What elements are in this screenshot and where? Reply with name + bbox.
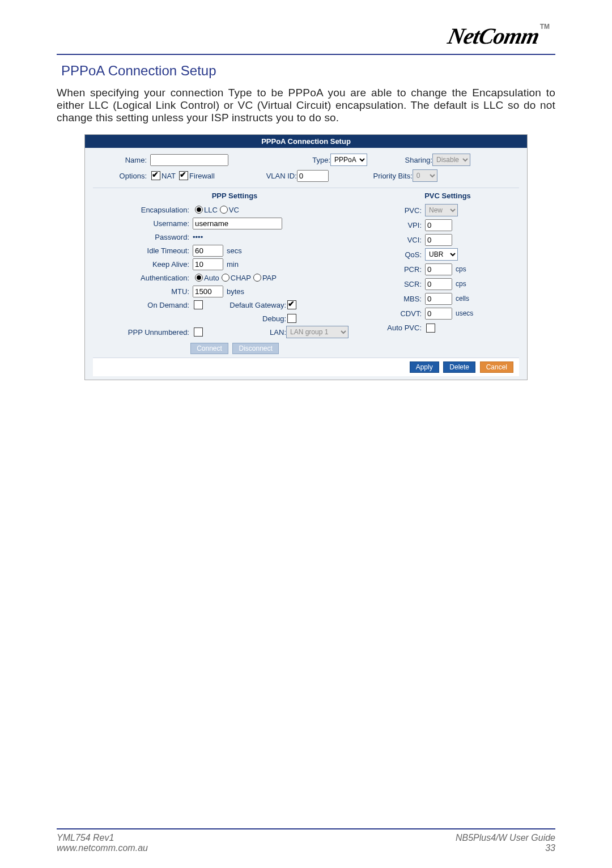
- delete-button[interactable]: Delete: [443, 361, 475, 373]
- cdvt-label: CDVT:: [376, 309, 425, 318]
- scr-input[interactable]: [425, 278, 452, 290]
- name-label: Name:: [93, 156, 150, 164]
- vlan-input[interactable]: [297, 170, 329, 182]
- type-label: Type:: [228, 156, 330, 164]
- footer-rev: YML754 Rev1: [57, 833, 148, 843]
- brand-logo: NetCommTM: [57, 17, 555, 49]
- auth-label: Authentication:: [93, 274, 193, 282]
- type-select[interactable]: PPPoA: [330, 154, 367, 166]
- apply-button[interactable]: Apply: [410, 361, 439, 373]
- password-label: Password:: [93, 233, 193, 241]
- keep-unit: min: [227, 260, 239, 269]
- pppoa-panel: PPPoA Connection Setup Name: Type: PPPoA…: [84, 134, 528, 380]
- qos-label: QoS:: [376, 250, 425, 259]
- auth-pap-radio[interactable]: [253, 274, 261, 282]
- username-label: Username:: [93, 219, 193, 228]
- pcr-unit: cps: [456, 265, 466, 273]
- footer-rule: [57, 828, 555, 829]
- username-input[interactable]: [193, 218, 282, 229]
- cdvt-unit: usecs: [456, 309, 473, 317]
- mtu-unit: bytes: [227, 287, 244, 296]
- options-label: Options:: [93, 172, 150, 180]
- debug-checkbox[interactable]: [287, 314, 296, 323]
- vpi-label: VPI:: [376, 221, 425, 229]
- encap-vc-label: VC: [229, 206, 239, 214]
- idle-input[interactable]: [193, 245, 223, 257]
- name-input[interactable]: [150, 154, 228, 166]
- mbs-label: MBS:: [376, 295, 425, 303]
- sharing-label: Sharing:: [367, 156, 432, 164]
- lan-label: LAN:: [204, 328, 286, 337]
- cancel-button[interactable]: Cancel: [480, 361, 513, 373]
- mbs-unit: cells: [456, 295, 469, 303]
- priority-label: Priority Bits:: [329, 172, 413, 180]
- mtu-label: MTU:: [93, 287, 193, 296]
- autopvc-checkbox[interactable]: [426, 324, 435, 333]
- pvc-select[interactable]: New: [425, 204, 458, 216]
- auth-pap-label: PAP: [262, 274, 277, 282]
- autopvc-label: Auto PVC:: [376, 325, 425, 331]
- auth-auto-radio[interactable]: [195, 274, 203, 282]
- auth-chap-radio[interactable]: [222, 274, 230, 282]
- keep-input[interactable]: [193, 258, 223, 270]
- encap-vc-radio[interactable]: [220, 206, 228, 214]
- password-value: ••••: [193, 233, 203, 241]
- firewall-checkbox[interactable]: [179, 171, 188, 180]
- mtu-input[interactable]: [193, 286, 223, 297]
- encap-llc-radio[interactable]: [195, 206, 203, 214]
- section-title: PPPoA Connection Setup: [61, 63, 555, 79]
- idle-label: Idle Timeout:: [93, 246, 193, 255]
- ondemand-checkbox[interactable]: [194, 300, 203, 309]
- mbs-input[interactable]: [425, 293, 452, 305]
- pcr-label: PCR:: [376, 265, 425, 274]
- vpi-input[interactable]: [425, 219, 452, 231]
- nat-checkbox[interactable]: [151, 171, 160, 180]
- unnumbered-label: PPP Unnumbered:: [93, 328, 193, 337]
- nat-label: NAT: [162, 172, 176, 180]
- disconnect-button[interactable]: Disconnect: [232, 343, 278, 354]
- scr-label: SCR:: [376, 280, 425, 288]
- defgw-checkbox[interactable]: [287, 300, 296, 309]
- header-rule: [57, 54, 555, 55]
- pvc-title: PVC Settings: [376, 192, 519, 200]
- footer-guide: NB5Plus4/W User Guide: [456, 833, 555, 843]
- pvc-label: PVC:: [376, 206, 425, 215]
- keep-label: Keep Alive:: [93, 260, 193, 269]
- footer-page: 33: [456, 843, 555, 853]
- cdvt-input[interactable]: [425, 308, 452, 320]
- intro-text: When specifying your connection Type to …: [57, 87, 555, 124]
- debug-label: Debug:: [193, 314, 286, 323]
- encap-llc-label: LLC: [204, 206, 218, 214]
- firewall-label: Firewall: [189, 172, 215, 180]
- idle-unit: secs: [227, 246, 242, 255]
- auth-auto-label: Auto: [204, 274, 219, 282]
- footer-url: www.netcomm.com.au: [57, 843, 148, 853]
- ondemand-label: On Demand:: [93, 301, 193, 309]
- connect-button[interactable]: Connect: [190, 343, 228, 354]
- panel-header: PPPoA Connection Setup: [85, 135, 527, 148]
- qos-select[interactable]: UBR: [425, 248, 458, 261]
- vci-label: VCI:: [376, 236, 425, 244]
- pcr-input[interactable]: [425, 263, 452, 275]
- sharing-select[interactable]: Disable: [432, 154, 470, 166]
- encap-label: Encapsulation:: [93, 206, 193, 214]
- ppp-title: PPP Settings: [93, 192, 376, 200]
- priority-select[interactable]: 0: [413, 169, 437, 182]
- lan-select[interactable]: LAN group 1: [286, 326, 348, 338]
- scr-unit: cps: [456, 280, 466, 288]
- unnumbered-checkbox[interactable]: [194, 327, 203, 337]
- defgw-label: Default Gateway:: [204, 301, 286, 309]
- vlan-label: VLAN ID:: [215, 172, 297, 180]
- auth-chap-label: CHAP: [231, 274, 251, 282]
- vci-input[interactable]: [425, 234, 452, 246]
